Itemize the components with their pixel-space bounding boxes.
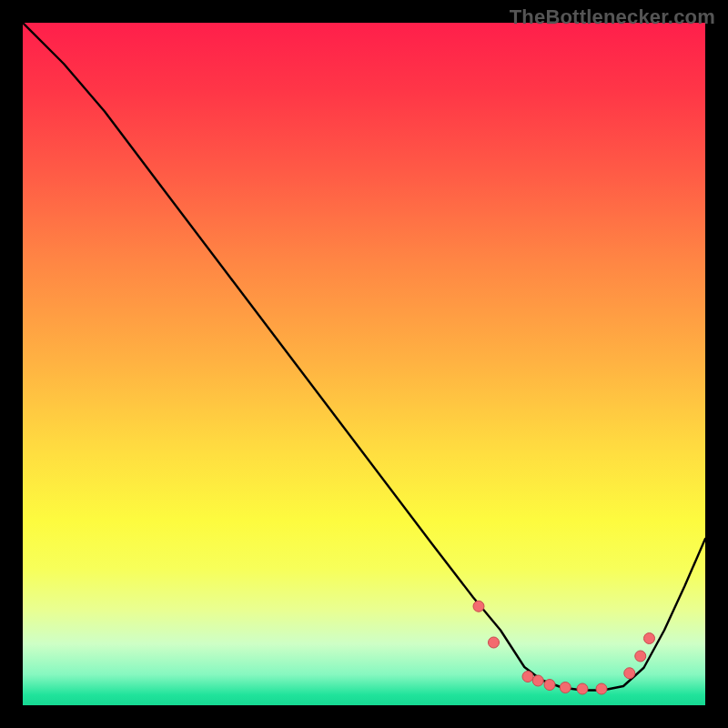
gradient-background	[23, 23, 705, 705]
marker-point	[635, 651, 646, 662]
marker-point	[644, 633, 655, 644]
chart-svg	[23, 23, 705, 705]
marker-point	[522, 672, 533, 682]
marker-point	[577, 683, 588, 694]
plot-area	[23, 23, 705, 705]
watermark-text: TheBottlenecker.com	[510, 5, 715, 29]
marker-point	[473, 601, 484, 612]
marker-point	[532, 675, 543, 686]
marker-point	[544, 680, 555, 691]
marker-point	[596, 683, 607, 694]
chart-frame: TheBottlenecker.com	[0, 0, 728, 728]
marker-point	[489, 637, 500, 648]
marker-point	[560, 682, 571, 693]
marker-point	[624, 668, 635, 679]
